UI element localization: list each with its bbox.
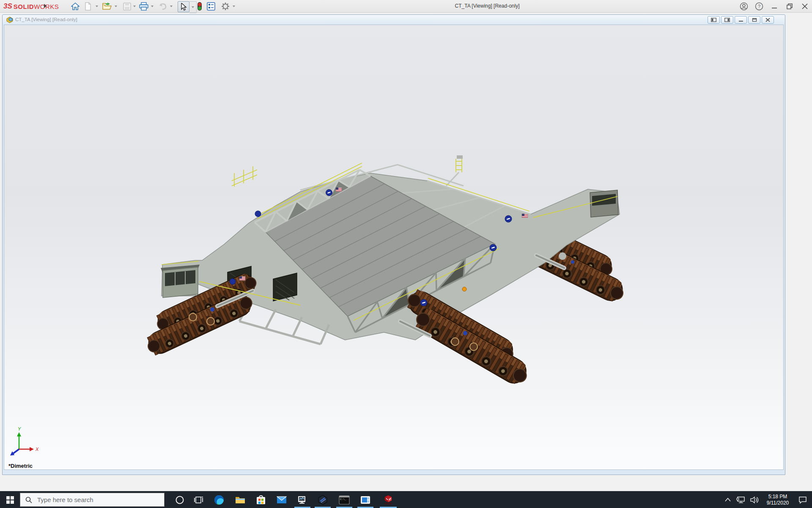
menu-expand-arrow-icon[interactable] <box>44 4 47 8</box>
svg-text:?: ? <box>758 4 760 9</box>
mail-icon <box>277 496 287 504</box>
document-window-bottom-strip <box>4 470 784 475</box>
pane-left-icon <box>711 18 716 22</box>
photos-icon <box>360 496 370 504</box>
print-dropdown-caret[interactable] <box>149 1 155 11</box>
print-icon <box>139 2 148 11</box>
new-document-dropdown-caret[interactable] <box>94 1 100 11</box>
search-icon <box>25 497 32 503</box>
document-title-bar[interactable]: CT_TA [Viewing] [Read-only] <box>3 15 785 25</box>
taskbar-app-command-prompt[interactable]: C:\_ <box>336 491 353 508</box>
save-button[interactable] <box>122 1 132 11</box>
document-close-button[interactable] <box>762 16 774 24</box>
crawler-transporter-model[interactable] <box>144 155 628 388</box>
app-window-title: CT_TA [Viewing] [Read-only] <box>436 3 538 9</box>
document-window: CT_TA [Viewing] [Read-only] <box>2 14 785 475</box>
open-folder-icon <box>102 2 112 11</box>
minimize-button[interactable] <box>767 0 782 12</box>
print-button[interactable] <box>139 1 149 11</box>
hidden-icons-button[interactable] <box>721 491 734 508</box>
traffic-light-icon <box>197 2 202 11</box>
taskbar-app-edge[interactable] <box>211 491 228 508</box>
command-prompt-icon: C:\_ <box>339 495 350 505</box>
taskbar-app-file-explorer[interactable] <box>232 491 249 508</box>
taskbar: C:\_ 2020 <box>0 491 812 508</box>
chevron-up-icon <box>725 498 731 502</box>
action-center-icon <box>798 496 807 504</box>
start-button[interactable] <box>0 491 20 508</box>
taskbar-app-task-view[interactable] <box>190 491 207 508</box>
network-icon <box>736 496 746 504</box>
open-dropdown-caret[interactable] <box>113 1 119 11</box>
search-input[interactable] <box>36 496 156 504</box>
new-document-button[interactable] <box>83 1 93 11</box>
close-icon <box>802 3 808 9</box>
help-icon: ? <box>755 2 763 11</box>
undo-dropdown-caret[interactable] <box>168 1 174 11</box>
network-button[interactable] <box>734 491 748 508</box>
taskbar-app-system-monitor[interactable] <box>294 491 311 508</box>
pane-left-button[interactable] <box>708 16 720 24</box>
operator-cab-right <box>590 190 618 217</box>
help-button[interactable]: ? <box>752 0 766 12</box>
system-tray: 5:18 PM 9/11/2020 <box>721 491 812 508</box>
save-icon <box>123 3 131 11</box>
triad-y-label: Y <box>18 426 21 431</box>
document-close-icon <box>765 18 770 22</box>
assembly-icon <box>6 16 14 23</box>
solidworks-badge: 2020 <box>384 502 392 505</box>
close-button[interactable] <box>798 0 812 12</box>
taskbar-app-photos[interactable] <box>357 491 374 508</box>
minimize-icon <box>771 3 777 9</box>
taskbar-app-solidworks-2020[interactable]: 2020 <box>379 491 398 508</box>
gear-icon <box>221 2 230 11</box>
home-button[interactable] <box>70 1 80 11</box>
microsoft-store-icon <box>256 495 266 505</box>
document-restore-button[interactable] <box>748 16 760 24</box>
undo-button[interactable] <box>158 1 168 11</box>
performance-button[interactable] <box>195 1 205 11</box>
options-button[interactable] <box>220 1 230 11</box>
task-view-icon <box>194 495 203 505</box>
new-document-icon <box>84 2 92 11</box>
reference-triad[interactable]: Y X <box>10 426 39 456</box>
taskbar-app-mail[interactable] <box>273 491 290 508</box>
windows-logo-icon <box>6 496 14 504</box>
taskbar-clock[interactable]: 5:18 PM 9/11/2020 <box>762 494 793 506</box>
system-monitor-icon <box>297 495 307 505</box>
options-dropdown-caret[interactable] <box>231 1 237 11</box>
account-icon <box>740 2 748 11</box>
app-title-bar: 3S SOLIDWORKS <box>0 0 812 13</box>
orange-marker <box>462 287 466 291</box>
action-center-button[interactable] <box>793 491 812 508</box>
evaluate-button[interactable] <box>206 1 216 11</box>
taskbar-search[interactable] <box>20 493 165 507</box>
document-restore-icon <box>752 18 757 22</box>
graphics-viewport[interactable]: Y X *Dimetric <box>4 25 784 470</box>
document-minimize-icon <box>738 18 743 22</box>
solidworks-2020-icon <box>384 495 393 502</box>
mast-platform <box>457 155 463 159</box>
solidworks-logo-glyph: 3S <box>3 2 12 11</box>
clock-date: 9/11/2020 <box>762 500 793 506</box>
taskbar-app-microsoft-store[interactable] <box>252 491 269 508</box>
account-button[interactable] <box>737 0 751 12</box>
home-icon <box>71 2 80 11</box>
evaluate-form-icon <box>207 2 215 11</box>
file-explorer-icon <box>235 495 245 505</box>
select-tool-button[interactable] <box>178 1 189 12</box>
restore-icon <box>787 3 793 9</box>
document-minimize-button[interactable] <box>735 16 747 24</box>
pane-right-icon <box>724 18 730 22</box>
pane-right-button[interactable] <box>721 16 733 24</box>
taskbar-app-hexagon-tool[interactable] <box>314 491 331 508</box>
volume-button[interactable] <box>748 491 762 508</box>
select-cursor-icon <box>180 3 187 11</box>
restore-button[interactable] <box>782 0 797 12</box>
edge-icon <box>214 495 224 505</box>
document-title: CT_TA [Viewing] [Read-only] <box>15 17 77 22</box>
open-button[interactable] <box>102 1 112 11</box>
save-dropdown-caret[interactable] <box>132 1 137 11</box>
taskbar-app-cortana[interactable] <box>171 491 188 508</box>
viewport-canvas[interactable]: Y X <box>4 25 784 470</box>
